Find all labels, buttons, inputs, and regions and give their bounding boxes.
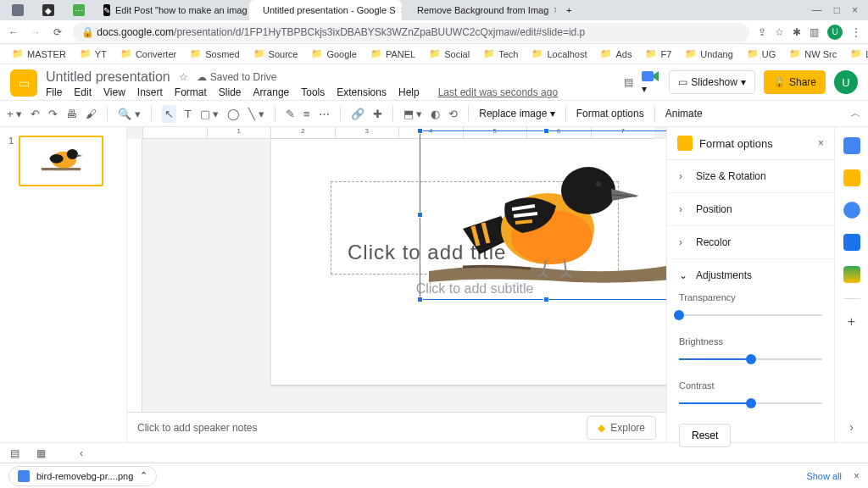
paint-format-button[interactable]: 🖌 bbox=[86, 108, 97, 120]
url-input[interactable]: 🔒 docs.google.com/presentation/d/1FP1HyT… bbox=[73, 23, 749, 42]
share-button[interactable]: 🔒Share bbox=[764, 70, 826, 94]
browser-tab[interactable] bbox=[3, 0, 32, 20]
close-panel-button[interactable]: × bbox=[818, 137, 824, 149]
close-download-bar-button[interactable]: × bbox=[854, 470, 860, 482]
hide-siderail-button[interactable]: › bbox=[849, 420, 854, 434]
browser-tab[interactable]: ✎Edit Post "how to make an imag bbox=[95, 0, 248, 20]
menu-arrange[interactable]: Arrange bbox=[253, 86, 290, 98]
menu-view[interactable]: View bbox=[103, 86, 125, 98]
chevron-up-icon[interactable]: ⌃ bbox=[140, 470, 147, 481]
menu-help[interactable]: Help bbox=[398, 86, 420, 98]
mask-button[interactable]: ◐ bbox=[431, 108, 440, 120]
adjustments-header[interactable]: ⌄Adjustments bbox=[679, 269, 822, 281]
close-icon[interactable]: × bbox=[554, 4, 556, 16]
menu-extensions[interactable]: Extensions bbox=[337, 86, 387, 98]
bookmark-folder[interactable]: 📁UG bbox=[742, 47, 782, 61]
line-button[interactable]: ╲ ▾ bbox=[248, 108, 264, 120]
menu-icon[interactable]: ⋮ bbox=[851, 26, 861, 38]
calendar-icon[interactable] bbox=[843, 137, 860, 154]
collapse-filmstrip-button[interactable]: ‹ bbox=[80, 447, 83, 459]
bookmark-folder[interactable]: 📁YT bbox=[75, 47, 112, 61]
share-icon[interactable]: ⇪ bbox=[758, 26, 766, 38]
reload-button[interactable]: ⟳ bbox=[51, 26, 64, 38]
transparency-slider[interactable] bbox=[679, 308, 822, 322]
reset-button[interactable]: Reset bbox=[679, 424, 731, 447]
resize-handle[interactable] bbox=[417, 297, 423, 302]
bookmark-folder[interactable]: 📁Undang bbox=[680, 47, 738, 61]
bookmark-folder[interactable]: 📁Source bbox=[248, 47, 303, 61]
bookmark-folder[interactable]: 📁NW Src bbox=[784, 47, 842, 61]
comment-history-icon[interactable]: ▤ bbox=[624, 76, 633, 88]
maps-icon[interactable] bbox=[843, 266, 860, 283]
animate-button[interactable]: Animate bbox=[665, 108, 703, 119]
menu-slide[interactable]: Slide bbox=[219, 86, 242, 98]
redo-button[interactable]: ↷ bbox=[48, 108, 58, 120]
bookmark-folder[interactable]: 📁Ads bbox=[595, 47, 637, 61]
zoom-button[interactable]: 🔍 ▾ bbox=[118, 108, 141, 120]
explore-button[interactable]: ◆ Explore bbox=[587, 416, 656, 440]
border-color-button[interactable]: ✎ bbox=[286, 108, 295, 120]
textbox-button[interactable]: T bbox=[185, 108, 192, 120]
star-icon[interactable]: ☆ bbox=[179, 71, 188, 83]
contacts-icon[interactable] bbox=[843, 234, 860, 251]
menu-insert[interactable]: Insert bbox=[137, 86, 163, 98]
format-options-button[interactable]: Format options bbox=[576, 108, 644, 119]
forward-button[interactable]: → bbox=[29, 26, 42, 38]
browser-tab-active[interactable]: Untitled presentation - Google S× bbox=[249, 0, 402, 20]
image-button[interactable]: ▢ ▾ bbox=[200, 108, 220, 120]
resize-handle[interactable] bbox=[417, 212, 423, 218]
border-weight-button[interactable]: ≡ bbox=[303, 108, 310, 120]
grid-view-button[interactable]: ▦ bbox=[36, 447, 46, 459]
add-addon-button[interactable]: + bbox=[848, 314, 855, 330]
slide[interactable]: Click to add title Click to add subtitle bbox=[271, 139, 666, 385]
resize-handle[interactable] bbox=[543, 128, 549, 134]
account-avatar[interactable]: U bbox=[834, 70, 858, 94]
print-button[interactable]: 🖶 bbox=[66, 108, 77, 120]
back-button[interactable]: ← bbox=[7, 26, 20, 38]
shape-button[interactable]: ◯ bbox=[227, 108, 240, 120]
comment-button[interactable]: ✚ bbox=[373, 108, 382, 120]
border-dash-button[interactable]: ⋯ bbox=[319, 108, 330, 120]
star-icon[interactable]: ☆ bbox=[775, 26, 784, 38]
size-rotation-section[interactable]: ›Size & Rotation bbox=[667, 160, 834, 193]
tasks-icon[interactable] bbox=[843, 202, 860, 219]
bookmark-folder[interactable]: 📁Google bbox=[306, 47, 361, 61]
keep-icon[interactable] bbox=[843, 169, 860, 186]
meet-button[interactable]: ▾ bbox=[642, 69, 660, 95]
replace-image-button[interactable]: Replace image ▾ bbox=[479, 108, 554, 119]
bird-image[interactable] bbox=[420, 131, 666, 301]
link-button[interactable]: 🔗 bbox=[351, 108, 364, 120]
resize-handle[interactable] bbox=[543, 297, 549, 302]
window-close-button[interactable]: × bbox=[852, 4, 858, 16]
last-edit-status[interactable]: Last edit was seconds ago bbox=[438, 86, 558, 98]
slideshow-button[interactable]: ▭Slideshow▾ bbox=[669, 70, 755, 94]
bookmark-folder[interactable]: 📁F7 bbox=[640, 47, 676, 61]
contrast-slider[interactable] bbox=[679, 396, 822, 410]
position-section[interactable]: ›Position bbox=[667, 193, 834, 226]
menu-tools[interactable]: Tools bbox=[301, 86, 325, 98]
collapse-toolbar-button[interactable]: ︿ bbox=[850, 106, 861, 121]
browser-tab[interactable]: ⋯ bbox=[64, 0, 93, 20]
bookmark-folder[interactable]: 📁Social bbox=[424, 47, 475, 61]
close-icon[interactable]: × bbox=[401, 4, 402, 16]
new-tab-button[interactable]: + bbox=[558, 0, 580, 20]
browser-tab[interactable]: Remove Background from Imag× bbox=[403, 0, 556, 20]
select-tool[interactable]: ↖ bbox=[162, 105, 176, 123]
presentation-title[interactable]: Untitled presentation bbox=[46, 69, 170, 85]
bookmark-folder[interactable]: 📁Sosmed bbox=[185, 47, 244, 61]
menu-file[interactable]: File bbox=[46, 86, 62, 98]
bookmark-folder[interactable]: 📁Land bbox=[845, 47, 868, 61]
window-maximize-button[interactable]: □ bbox=[834, 4, 840, 16]
bookmark-folder[interactable]: 📁Tech bbox=[478, 47, 523, 61]
slide-canvas[interactable]: 1234567 Click to add title Click to add … bbox=[127, 127, 666, 442]
bookmark-folder[interactable]: 📁PANEL bbox=[365, 47, 420, 61]
crop-button[interactable]: ⬒ ▾ bbox=[403, 108, 423, 120]
menu-edit[interactable]: Edit bbox=[74, 86, 92, 98]
new-slide-button[interactable]: + ▾ bbox=[7, 108, 22, 120]
filmstrip-view-button[interactable]: ▤ bbox=[10, 447, 19, 459]
brightness-slider[interactable] bbox=[679, 352, 822, 366]
recolor-section[interactable]: ›Recolor bbox=[667, 226, 834, 259]
window-minimize-button[interactable]: — bbox=[812, 4, 822, 16]
download-chip[interactable]: bird-removebg-pr....png ⌃ bbox=[8, 466, 157, 486]
speaker-notes-bar[interactable]: Click to add speaker notes ◆ Explore bbox=[127, 412, 666, 442]
